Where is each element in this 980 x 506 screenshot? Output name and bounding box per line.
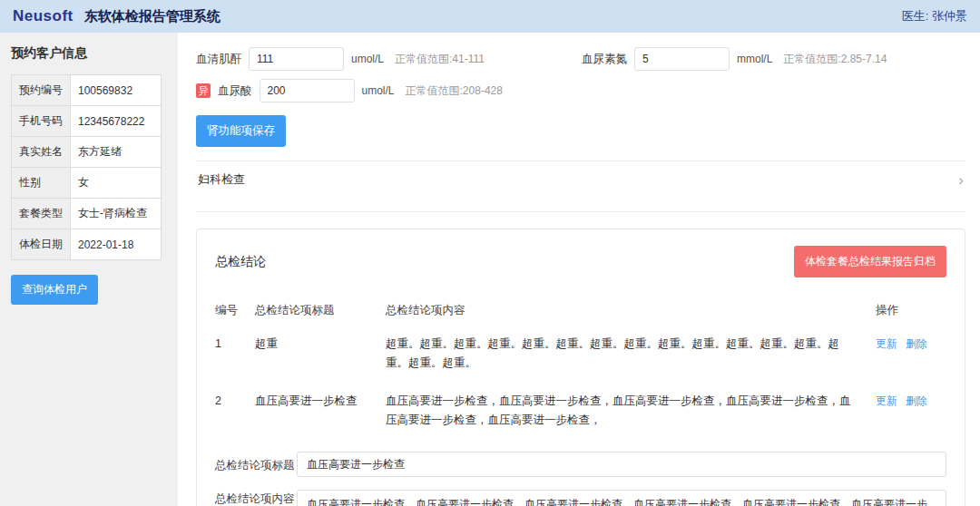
info-row-package-type: 套餐类型 女士-肾病检查	[12, 199, 162, 229]
info-row-phone: 手机号码 12345678222	[12, 106, 162, 137]
field-value: 100569832	[71, 75, 162, 106]
header-operation: 操作	[876, 296, 946, 326]
row-operations: 更新删除	[876, 383, 946, 440]
renal-field-row-2: 异 血尿酸 umol/L 正常值范围:208-428	[196, 79, 965, 102]
blood-urea-nitrogen-field: 血尿素氮 mmol/L 正常值范围:2.85-7.14	[582, 47, 887, 71]
conclusion-title-input[interactable]	[297, 452, 946, 477]
blood-uric-acid-input[interactable]	[260, 79, 355, 102]
customer-info-table: 预约编号 100569832 手机号码 12345678222 真实姓名 东方延…	[11, 74, 162, 260]
row-content: 血压高要进一步检查，血压高要进一步检查，血压高要进一步检查，血压高要进一步检查，…	[386, 383, 876, 440]
field-value: 2022-01-18	[71, 229, 162, 260]
row-title: 血压高要进一步检查	[255, 383, 386, 440]
conclusion-content-label: 总检结论项内容	[215, 490, 297, 506]
neusoft-logo: Neusoft	[13, 7, 74, 25]
blood-urea-nitrogen-label: 血尿素氮	[582, 52, 627, 67]
abnormal-badge: 异	[196, 83, 211, 98]
blood-uric-acid-range: 正常值范围:208-428	[406, 83, 503, 99]
blood-uric-acid-label: 血尿酸	[218, 83, 252, 99]
header: Neusoft 东软体检报告管理系统 医生: 张仲景	[0, 0, 980, 33]
field-value: 东方延绪	[71, 137, 162, 168]
blood-urea-nitrogen-range: 正常值范围:2.85-7.14	[783, 52, 887, 67]
sidebar: 预约客户信息 预约编号 100569832 手机号码 12345678222 真…	[0, 33, 178, 506]
query-user-button[interactable]: 查询体检用户	[11, 275, 98, 305]
row-title: 超重	[255, 326, 386, 383]
info-row-real-name: 真实姓名 东方延绪	[12, 137, 162, 168]
field-value: 女	[71, 168, 162, 199]
serum-creatinine-unit: umol/L	[351, 53, 384, 65]
serum-creatinine-field: 血清肌酐 umol/L 正常值范围:41-111	[196, 47, 582, 71]
archive-report-button[interactable]: 体检套餐总检结果报告归档	[794, 246, 946, 277]
divider	[196, 211, 965, 212]
conclusion-card: 总检结论 体检套餐总检结果报告归档 编号 总检结论项标题 总检结论项内容 操作	[196, 229, 965, 506]
renal-field-row-1: 血清肌酐 umol/L 正常值范围:41-111 血尿素氮 mmol/L 正常值…	[196, 47, 965, 71]
field-label: 体检日期	[12, 229, 71, 260]
conclusion-row: 1 超重 超重。超重。超重。超重。超重。超重。超重。超重。超重。超重。超重。超重…	[215, 326, 946, 383]
row-id: 1	[215, 326, 255, 383]
conclusion-row: 2 血压高要进一步检查 血压高要进一步检查，血压高要进一步检查，血压高要进一步检…	[215, 383, 946, 440]
row-id: 2	[215, 383, 255, 440]
field-label: 手机号码	[12, 106, 71, 137]
field-label: 真实姓名	[12, 137, 71, 168]
renal-save-button[interactable]: 肾功能项保存	[196, 115, 286, 147]
delete-link[interactable]: 删除	[906, 337, 927, 350]
field-value: 12345678222	[71, 106, 162, 137]
blood-urea-nitrogen-input[interactable]	[634, 47, 730, 71]
header-content: 总检结论项内容	[386, 296, 876, 326]
body-wrap: 预约客户信息 预约编号 100569832 手机号码 12345678222 真…	[0, 33, 980, 506]
row-operations: 更新删除	[876, 326, 946, 383]
conclusion-content-textarea[interactable]: 血压高要进一步检查，血压高要进一步检查，血压高要进一步检查，血压高要进一步检查，…	[297, 490, 946, 506]
conclusion-title-label: 总检结论项标题	[215, 456, 297, 473]
conclusion-title-form-row: 总检结论项标题	[215, 452, 946, 477]
update-link[interactable]: 更新	[876, 394, 897, 407]
gynecology-section-header[interactable]: 妇科检查 ›	[196, 161, 965, 198]
info-row-gender: 性别 女	[12, 168, 162, 199]
sidebar-title: 预约客户信息	[11, 45, 167, 62]
chevron-right-icon: ›	[958, 172, 964, 188]
header-id: 编号	[215, 296, 255, 326]
field-label: 预约编号	[12, 75, 71, 106]
blood-urea-nitrogen-unit: mmol/L	[737, 53, 772, 65]
doctor-label: 医生: 张仲景	[902, 8, 967, 24]
header-title: 总检结论项标题	[255, 296, 386, 326]
conclusion-title: 总检结论	[215, 254, 266, 270]
app-root: Neusoft 东软体检报告管理系统 医生: 张仲景 预约客户信息 预约编号 1…	[0, 0, 980, 506]
info-row-booking-no: 预约编号 100569832	[12, 75, 162, 106]
blood-uric-acid-unit: umol/L	[362, 84, 395, 97]
serum-creatinine-label: 血清肌酐	[196, 52, 241, 67]
row-content: 超重。超重。超重。超重。超重。超重。超重。超重。超重。超重。超重。超重。超重。超…	[386, 326, 876, 383]
info-row-exam-date: 体检日期 2022-01-18	[12, 229, 162, 260]
delete-link[interactable]: 删除	[906, 394, 927, 407]
conclusion-table: 编号 总检结论项标题 总检结论项内容 操作 1 超重 超重。超重。超重。超重。超…	[215, 296, 946, 439]
serum-creatinine-input[interactable]	[249, 47, 344, 71]
field-value: 女士-肾病检查	[71, 199, 162, 229]
field-label: 套餐类型	[12, 199, 71, 229]
conclusion-content-form-row: 总检结论项内容 血压高要进一步检查，血压高要进一步检查，血压高要进一步检查，血压…	[215, 490, 946, 506]
renal-function-section: 血清肌酐 umol/L 正常值范围:41-111 血尿素氮 mmol/L 正常值…	[196, 47, 965, 147]
conclusion-table-header-row: 编号 总检结论项标题 总检结论项内容 操作	[215, 296, 946, 326]
field-label: 性别	[12, 168, 71, 199]
conclusion-card-header: 总检结论 体检套餐总检结果报告归档	[215, 246, 946, 277]
update-link[interactable]: 更新	[876, 337, 897, 350]
app-title: 东软体检报告管理系统	[84, 8, 220, 25]
blood-uric-acid-field: 异 血尿酸 umol/L 正常值范围:208-428	[196, 79, 503, 102]
gynecology-title: 妇科检查	[198, 171, 245, 188]
main-content: 血清肌酐 umol/L 正常值范围:41-111 血尿素氮 mmol/L 正常值…	[178, 33, 980, 506]
serum-creatinine-range: 正常值范围:41-111	[395, 52, 485, 67]
